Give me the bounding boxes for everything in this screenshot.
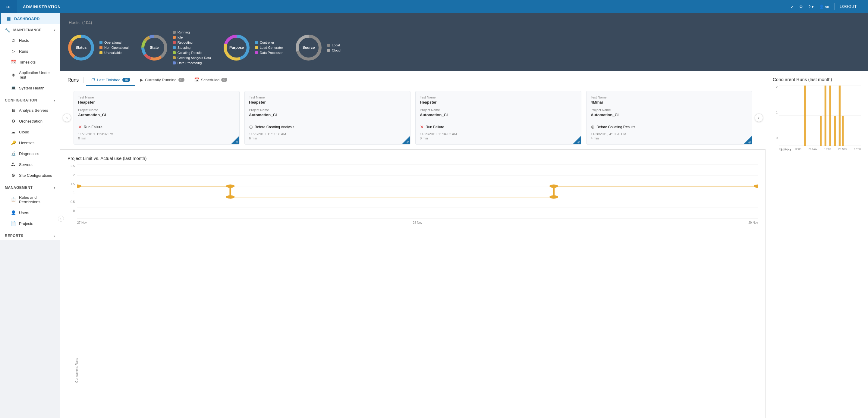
svg-rect-40 — [842, 116, 844, 146]
status-text: Run Failure — [426, 125, 444, 129]
legend-text: Idle — [178, 36, 183, 39]
project-name-value: Automation_CI — [591, 112, 748, 117]
run-status: ✕ Run Failure — [420, 124, 577, 130]
sidebar-section-configuration: CONFIGURATION ▾ — [0, 95, 60, 105]
donut-label-status: Status — [76, 45, 87, 50]
legend-text: Operational — [104, 41, 121, 44]
run-card[interactable]: Test Name Heapster Project Name Automati… — [244, 91, 410, 144]
sidebar-item-projects[interactable]: 📄 Projects — [0, 218, 60, 229]
sidebar-item-hosts[interactable]: 🖥 Hosts — [0, 35, 60, 46]
help-icon[interactable]: ? ▾ — [808, 4, 814, 9]
gear-icon[interactable]: ⚙ — [799, 4, 803, 9]
reports-arrow[interactable]: ▸ — [54, 234, 56, 237]
run-cards-wrapper: Test Name Heapster Project Name Automati… — [73, 91, 752, 144]
legend-dot — [99, 41, 102, 44]
sidebar-item-dashboard[interactable]: ▦ DASHBOARD — [0, 13, 60, 24]
concurrent-svg — [779, 86, 861, 146]
sidebar-label-reports: REPORTS — [5, 234, 24, 238]
maintenance-arrow[interactable]: ▾ — [54, 29, 56, 32]
host-chart-purpose: Purpose Controller Load Generator Data P… — [223, 34, 283, 61]
run-status: ✕ Run Failure — [78, 124, 235, 130]
concurrent-runs-section: Concurrent Runs (last month) 2 1 0 — [766, 71, 868, 418]
donut-source: Source — [295, 34, 322, 61]
legend-item: Load Generator — [255, 46, 283, 50]
scheduled-icon: 📅 — [194, 77, 199, 82]
fail-icon: ✕ — [420, 124, 424, 130]
sidebar-item-licenses[interactable]: 🔑 Licenses — [0, 137, 60, 148]
run-time: 11/29/2019, 11:04:02 AM — [420, 132, 577, 136]
run-card[interactable]: Test Name Heapster Project Name Automati… — [415, 91, 581, 144]
sidebar-item-users[interactable]: 👤 Users — [0, 207, 60, 218]
prev-button[interactable]: ‹ — [63, 114, 71, 122]
sidebar-label-maintenance: MAINTENANCE — [13, 28, 41, 32]
sidebar-item-diagnostics[interactable]: 🔬 Diagnostics — [0, 148, 60, 159]
management-arrow[interactable]: ▾ — [54, 186, 56, 189]
sidebar-item-site-config[interactable]: ⚙ Site Configurations — [0, 170, 60, 181]
sidebar-item-aut[interactable]: 🖱 Application Under Test — [0, 67, 60, 83]
chart-legend-status: Operational Non-Operational Unavailable — [99, 41, 129, 55]
host-chart-source: Source Local Cloud — [295, 34, 341, 61]
user-icon[interactable]: 👤 sa — [819, 4, 829, 9]
sidebar-item-orchestration[interactable]: ⚙ Orchestration — [0, 116, 60, 127]
run-duration: 6 min — [249, 136, 406, 140]
concurrent-runs-inner: 2 1 0 — [773, 86, 861, 146]
run-time: 11/29/2019, 1:23:32 PM — [78, 132, 235, 136]
sidebar-item-roles[interactable]: 📋 Roles and Permissions — [0, 192, 60, 207]
last-finished-count: 10 — [122, 78, 130, 82]
project-name-value: Automation_CI — [78, 112, 235, 117]
legend-dot — [173, 46, 176, 49]
tab-currently-running[interactable]: ▶ Currently Running 0 — [135, 74, 189, 86]
legend-text: Running — [178, 30, 190, 34]
run-duration: 0 min — [420, 136, 577, 140]
sidebar-section-management: MANAGEMENT ▾ — [0, 182, 60, 192]
test-name-value: Heapster — [420, 100, 577, 104]
next-button[interactable]: › — [755, 114, 763, 122]
svg-point-30 — [754, 184, 758, 188]
test-name-value: 4Mihai — [591, 100, 748, 104]
tab-last-finished[interactable]: ⏱ Last Finished 10 — [86, 74, 135, 86]
users-icon: 👤 — [10, 210, 16, 215]
sidebar-label-systemhealth: System Health — [19, 86, 44, 90]
legend-dot — [255, 41, 258, 44]
app-title: ADMINISTRATION — [17, 4, 67, 9]
svg-point-28 — [550, 195, 558, 198]
sidebar-section-reports[interactable]: REPORTS ▸ — [0, 230, 60, 240]
legend-dot — [327, 44, 330, 47]
sidebar-label-diagnostics: Diagnostics — [19, 152, 39, 156]
legend-text: Data Processor — [260, 51, 283, 55]
concurrent-runs-chart: 2 1 0 — [773, 86, 861, 152]
project-name-label: Project Name — [591, 108, 748, 112]
sidebar-collapse-button[interactable]: ‹ — [58, 216, 64, 222]
test-name-value: Heapster — [78, 100, 235, 104]
sidebar-label-site-config: Site Configurations — [19, 173, 52, 178]
scheduled-count: 0 — [221, 78, 227, 82]
run-status: ⊜ Before Collating Results — [591, 124, 748, 130]
sidebar-item-systemhealth[interactable]: 💻 System Health — [0, 83, 60, 93]
sidebar-item-servers[interactable]: 🖧 Servers — [0, 159, 60, 170]
logout-button[interactable]: LOGOUT — [835, 3, 862, 10]
host-chart-status: Status Operational Non-Operational Unava… — [67, 34, 129, 61]
legend-text: Stopping — [178, 46, 190, 50]
legend-text: Rebooting — [178, 41, 193, 44]
svg-point-26 — [226, 184, 235, 188]
systemhealth-icon: 💻 — [10, 86, 16, 90]
sidebar-label-projects: Projects — [19, 221, 33, 226]
checkmark-icon[interactable]: ✓ — [790, 4, 794, 9]
project-name-label: Project Name — [420, 108, 577, 112]
sidebar-item-runs[interactable]: ▷ Runs — [0, 46, 60, 57]
legend-dot — [327, 49, 330, 52]
chart-legend-purpose: Controller Load Generator Data Processor — [255, 41, 283, 55]
sidebar-item-timeslots[interactable]: 📅 Timeslots — [0, 57, 60, 67]
sidebar: ▦ DASHBOARD 🔧 MAINTENANCE ▾ 🖥 Hosts ▷ Ru… — [0, 13, 60, 240]
sidebar-item-cloud[interactable]: ☁ Cloud — [0, 127, 60, 137]
logo: ∞ — [0, 0, 17, 13]
legend-item: Collating Results — [173, 51, 211, 55]
legend-item: Non-Operational — [99, 46, 129, 50]
runs-header: Runs ⏱ Last Finished 10 ▶ Currently Runn… — [60, 71, 766, 86]
run-card[interactable]: Test Name 4Mihai Project Name Automation… — [586, 91, 752, 144]
sidebar-item-analysis-servers[interactable]: ▦ Analysis Servers — [0, 105, 60, 116]
tab-scheduled[interactable]: 📅 Scheduled 0 — [189, 74, 232, 86]
configuration-arrow[interactable]: ▾ — [54, 99, 56, 102]
roles-icon: 📋 — [10, 197, 16, 202]
run-card[interactable]: Test Name Heapster Project Name Automati… — [73, 91, 240, 144]
